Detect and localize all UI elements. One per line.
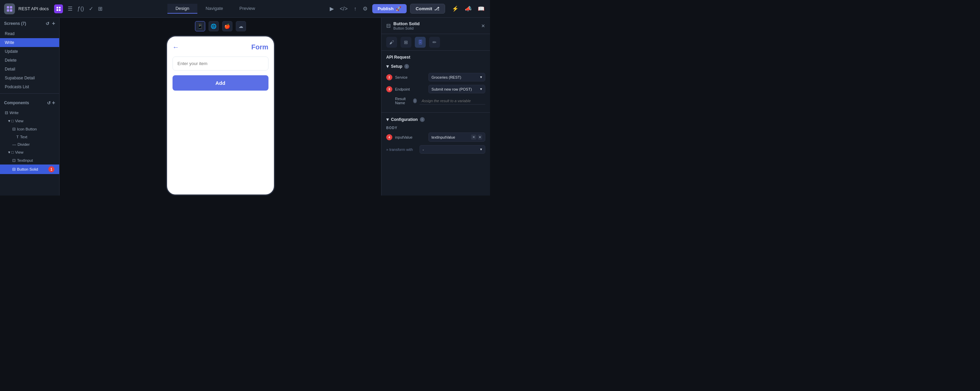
right-panel: ⊟ Button Solid Button Solid ✕ 🖌 ⊞ 🗄 ✏ AP… bbox=[381, 18, 490, 196]
svg-rect-1 bbox=[10, 6, 12, 8]
input-value-field-row: 4 inputValue textInputValue ✕ ▾ bbox=[386, 132, 485, 142]
function-icon[interactable]: ƒ() bbox=[77, 6, 84, 12]
tab-preview[interactable]: Preview bbox=[231, 4, 263, 14]
form-title: Form bbox=[251, 43, 269, 51]
tree-icon-button[interactable]: ⊟ Icon Button bbox=[0, 125, 59, 133]
endpoint-label: Endpoint bbox=[395, 87, 426, 91]
tree-divider[interactable]: — Divider bbox=[0, 140, 59, 148]
step-badge-4: 4 bbox=[386, 134, 392, 140]
screens-label: Screens (7) bbox=[4, 21, 26, 26]
publish-icon: 🚀 bbox=[396, 6, 401, 11]
tab-design[interactable]: Design bbox=[167, 4, 197, 14]
input-value-select[interactable]: textInputValue ✕ ▾ bbox=[428, 132, 485, 142]
history-icon[interactable]: ↺ bbox=[46, 21, 49, 26]
image-icon[interactable]: ⊞ bbox=[98, 5, 102, 12]
input-value-actions: ✕ ▾ bbox=[471, 134, 482, 140]
step-badge-2: 2 bbox=[386, 74, 392, 80]
publish-button[interactable]: Publish 🚀 bbox=[372, 4, 407, 13]
sidebar-item-podcasts-list[interactable]: Podcasts List bbox=[0, 82, 59, 91]
layers-icon[interactable]: ☰ bbox=[68, 5, 73, 12]
play-icon[interactable]: ▶ bbox=[328, 4, 335, 13]
check-icon[interactable]: ✓ bbox=[89, 5, 93, 12]
code-icon[interactable]: </> bbox=[339, 5, 349, 13]
extra-icons: ⚡ 📣 📖 bbox=[450, 4, 486, 13]
sidebar-item-supabase-detail[interactable]: Supabase Detail bbox=[0, 73, 59, 82]
tree-view-2[interactable]: ▾ □ View bbox=[0, 148, 59, 156]
lightning-icon[interactable]: ⚡ bbox=[450, 4, 460, 13]
add-screen-icon[interactable]: + bbox=[52, 21, 55, 27]
add-component-icon[interactable]: + bbox=[52, 100, 55, 105]
clear-input-value-btn[interactable]: ✕ bbox=[471, 134, 476, 140]
app-logo bbox=[4, 3, 15, 14]
megaphone-icon[interactable]: 📣 bbox=[463, 4, 473, 13]
web-device-btn[interactable]: 🌐 bbox=[208, 21, 219, 31]
book-icon[interactable]: 📖 bbox=[476, 4, 486, 13]
transform-chevron: ▾ bbox=[480, 147, 482, 152]
panel-component-icon: ⊟ bbox=[386, 22, 391, 29]
tab-brush[interactable]: 🖌 bbox=[386, 37, 397, 48]
topbar: REST API docs ☰ ƒ() ✓ ⊞ Design Navigate … bbox=[0, 0, 490, 18]
export-icon[interactable]: ↑ bbox=[353, 5, 358, 13]
tab-database[interactable]: 🗄 bbox=[415, 37, 426, 48]
right-panel-tabs: 🖌 ⊞ 🗄 ✏ bbox=[382, 34, 490, 51]
tree-write[interactable]: ⊟ Write bbox=[0, 109, 59, 117]
components-label: Components bbox=[4, 101, 29, 105]
app-name: REST API docs bbox=[18, 6, 49, 11]
body-label: BODY bbox=[386, 126, 485, 130]
sidebar-divider bbox=[0, 93, 59, 94]
sidebar-item-detail[interactable]: Detail bbox=[0, 65, 59, 73]
endpoint-select[interactable]: Submit new row (POST) ▾ bbox=[428, 85, 485, 93]
result-name-info-icon: i bbox=[413, 99, 417, 103]
config-info-icon: i bbox=[420, 117, 425, 122]
tree-text[interactable]: T Text bbox=[0, 133, 59, 140]
settings-icon[interactable]: ⚙ bbox=[361, 4, 369, 13]
result-name-label: Result Name i bbox=[386, 97, 417, 105]
components-history-icon[interactable]: ↺ bbox=[47, 101, 51, 105]
setup-collapse[interactable]: ▾ Setup i bbox=[386, 63, 485, 69]
close-icon[interactable]: ✕ bbox=[481, 23, 485, 29]
config-label: Configuration bbox=[391, 117, 418, 122]
commit-icon: ⎇ bbox=[434, 6, 439, 11]
tree-textinput[interactable]: ⊡ TextInput bbox=[0, 156, 59, 164]
transform-label: » transform with bbox=[386, 147, 417, 152]
svg-rect-6 bbox=[56, 9, 58, 11]
service-chevron: ▾ bbox=[480, 75, 482, 79]
result-name-input[interactable] bbox=[420, 97, 485, 105]
service-select[interactable]: Groceries (REST) ▾ bbox=[428, 73, 485, 81]
setup-info-icon: i bbox=[404, 64, 409, 69]
config-collapse[interactable]: ▾ Configuration i bbox=[386, 116, 485, 123]
sidebar-item-update[interactable]: Update bbox=[0, 47, 59, 56]
tree-button-solid[interactable]: ⊟ Button Solid 1 bbox=[0, 164, 59, 174]
phone-header: ← Form bbox=[172, 43, 269, 51]
back-arrow-icon[interactable]: ← bbox=[172, 43, 179, 51]
tab-grid[interactable]: ⊞ bbox=[401, 37, 411, 48]
sidebar-item-write[interactable]: Write bbox=[0, 38, 59, 47]
api-request-section: API Request ▾ Setup i 2 Service Grocerie… bbox=[382, 51, 490, 112]
add-button[interactable]: Add bbox=[172, 75, 269, 91]
topbar-right: ▶ </> ↑ ⚙ Publish 🚀 Commit ⎇ ⚡ 📣 📖 bbox=[328, 4, 486, 14]
main-layout: Screens (7) ↺ + Read Write Update Delete… bbox=[0, 18, 490, 196]
device-toolbar: 📱 🌐 🍎 ☁ bbox=[195, 21, 246, 31]
item-input[interactable] bbox=[172, 57, 269, 70]
apple-device-btn[interactable]: 🍎 bbox=[222, 21, 232, 31]
sidebar-item-read[interactable]: Read bbox=[0, 29, 59, 38]
input-value-value: textInputValue bbox=[431, 135, 455, 139]
db-icon bbox=[54, 5, 63, 13]
svg-rect-2 bbox=[7, 9, 9, 11]
mobile-device-btn[interactable]: 📱 bbox=[195, 21, 205, 31]
phone-frame: ← Form Add bbox=[166, 35, 275, 196]
chevron-input-value-btn[interactable]: ▾ bbox=[478, 134, 482, 140]
endpoint-chevron: ▾ bbox=[480, 87, 482, 91]
topbar-tool-icons: ☰ ƒ() ✓ ⊞ bbox=[68, 5, 102, 12]
transform-select[interactable]: - ▾ bbox=[420, 145, 485, 153]
tree-view-1[interactable]: ▾ □ View bbox=[0, 117, 59, 125]
step-badge-3: 3 bbox=[386, 86, 392, 92]
commit-button[interactable]: Commit ⎇ bbox=[410, 4, 445, 14]
tab-navigate[interactable]: Navigate bbox=[197, 4, 231, 14]
tab-edit[interactable]: ✏ bbox=[429, 37, 440, 48]
phone-screen: ← Form Add bbox=[167, 37, 274, 97]
cloud-device-btn[interactable]: ☁ bbox=[236, 21, 246, 31]
sidebar-item-delete[interactable]: Delete bbox=[0, 56, 59, 65]
screens-header: Screens (7) ↺ + bbox=[0, 18, 59, 29]
publish-label: Publish bbox=[378, 6, 394, 11]
